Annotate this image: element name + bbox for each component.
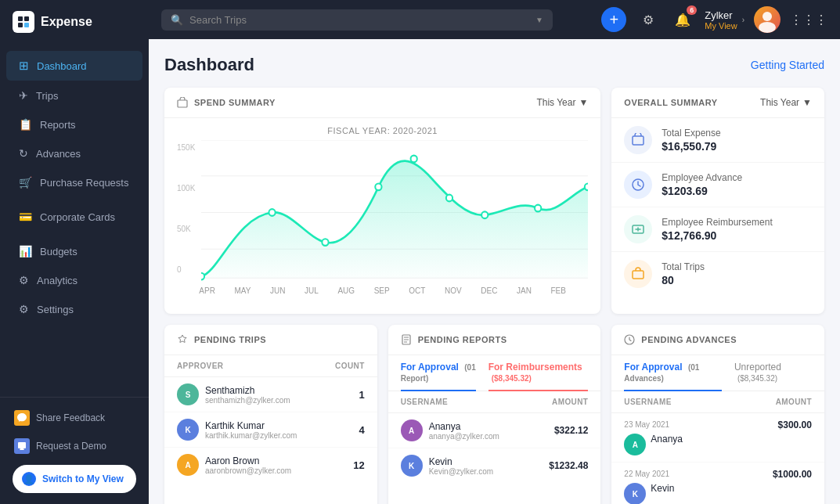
dashboard-icon: ⊞ — [19, 59, 29, 73]
svg-point-13 — [201, 273, 204, 280]
overall-summary-card: OVERALL SUMMARY This Year ▼ Total Expens… — [611, 88, 824, 314]
svg-rect-3 — [24, 23, 29, 27]
filter-chevron-icon: ▼ — [579, 97, 588, 108]
switch-icon: 👤 — [22, 472, 36, 486]
fiscal-label: FISCAL YEAR: 2020-2021 — [177, 126, 588, 135]
summary-employee-reimbursement: Employee Reimbursement $12,766.90 — [611, 207, 824, 252]
svg-point-6 — [759, 22, 776, 33]
sidebar-item-label: Purchase Requests — [40, 177, 128, 189]
pending-trips-title: PENDING TRIPS — [177, 334, 266, 345]
table-row: 22 May 2021 $1000.00 K Kevin — [611, 463, 824, 504]
pending-advances-card: PENDING ADVANCES For Approval (01 Advanc… — [611, 325, 824, 504]
dashboard-grid: SPEND SUMMARY This Year ▼ FISCAL YEAR: 2… — [164, 88, 824, 504]
dashboard-content: Dashboard Getting Started SPEND SUMMARY … — [149, 39, 840, 504]
spend-summary-card: SPEND SUMMARY This Year ▼ FISCAL YEAR: 2… — [164, 88, 600, 314]
svg-point-16 — [376, 184, 382, 191]
pending-trips-header: PENDING TRIPS — [164, 325, 377, 355]
y-label-0: 0 — [177, 265, 195, 274]
settings-icon: ⚙ — [19, 303, 29, 315]
gear-icon: ⚙ — [643, 13, 654, 27]
pending-reports-title: PENDING REPORTS — [401, 334, 507, 345]
sidebar-item-budgets[interactable]: 📊 Budgets — [6, 237, 142, 265]
search-input[interactable] — [189, 14, 529, 26]
switch-label: Switch to My View — [42, 473, 124, 484]
sidebar-item-settings[interactable]: ⚙ Settings — [6, 295, 142, 323]
sidebar-item-purchase-requests[interactable]: 🛒 Purchase Requests — [6, 168, 142, 196]
svg-point-15 — [323, 239, 329, 246]
avatar: A — [401, 419, 423, 441]
sidebar-item-advances[interactable]: ↻ Advances — [6, 139, 142, 167]
share-feedback-label: Share Feedback — [36, 412, 105, 423]
grid-menu-icon[interactable]: ⋮⋮⋮ — [790, 13, 827, 27]
request-demo-button[interactable]: Request a Demo — [6, 432, 142, 460]
avatar: K — [401, 455, 423, 477]
sidebar-item-trips[interactable]: ✈ Trips — [6, 81, 142, 110]
chevron-icon: › — [742, 16, 744, 24]
switch-view-button[interactable]: 👤 Switch to My View — [13, 465, 136, 493]
table-row: 23 May 2021 $300.00 A Ananya — [611, 413, 824, 463]
search-icon: 🔍 — [171, 14, 183, 26]
svg-rect-4 — [18, 442, 26, 448]
top-nav: 🔍 ▼ + ⚙ 🔔 6 Zylker My View › — [149, 0, 840, 39]
request-demo-label: Request a Demo — [36, 441, 106, 452]
spend-chart-area: FISCAL YEAR: 2020-2021 150K 100K 50K 0 — [164, 118, 600, 314]
svg-point-18 — [446, 195, 452, 202]
sidebar-item-corporate-cards[interactable]: 💳 Corporate Cards — [6, 203, 142, 231]
tab-advances-approval[interactable]: For Approval (01 Advances) — [624, 355, 722, 391]
sidebar-item-label: Budgets — [40, 246, 78, 257]
advances-table-header: USERNAME AMOUNT — [611, 391, 824, 413]
page-title: Dashboard — [164, 55, 254, 75]
user-name: Zylker — [705, 9, 737, 21]
svg-rect-2 — [18, 23, 23, 27]
sidebar-nav: ⊞ Dashboard ✈ Trips 📋 Reports ↻ Advances… — [0, 44, 149, 397]
sidebar-item-reports[interactable]: 📋 Reports — [6, 110, 142, 139]
avatar: A — [624, 434, 646, 455]
tab-for-approval[interactable]: For Approval (01 Report) — [401, 355, 476, 391]
purchase-icon: 🛒 — [19, 176, 32, 189]
y-label-50k: 50K — [177, 225, 195, 233]
getting-started-link[interactable]: Getting Started — [751, 59, 824, 71]
sidebar-logo: Expense — [0, 0, 149, 44]
sidebar-item-label: Corporate Cards — [40, 211, 115, 223]
settings-button[interactable]: ⚙ — [636, 7, 661, 32]
svg-point-19 — [481, 211, 488, 218]
tab-for-reimbursements[interactable]: For Reimbursements ($8,345.32) — [488, 355, 589, 391]
pending-trips-card: PENDING TRIPS APPROVER COUNT S Senthamiz… — [164, 325, 377, 504]
app-logo-text: Expense — [41, 15, 92, 29]
feedback-icon — [14, 410, 30, 426]
reimbursement-icon — [624, 215, 652, 243]
sidebar-item-analytics[interactable]: ⚙ Analytics — [6, 266, 142, 294]
pending-advances-header: PENDING ADVANCES — [611, 325, 824, 355]
demo-icon — [14, 438, 30, 454]
table-row: K Karthik Kumar karthik.kumar@zylker.com… — [164, 412, 377, 448]
trips-icon: ✈ — [19, 89, 28, 102]
user-avatar[interactable] — [754, 6, 781, 33]
user-info[interactable]: Zylker My View › — [705, 9, 744, 31]
sidebar-bottom: Share Feedback Request a Demo 👤 Switch t… — [0, 397, 149, 504]
summary-total-expense: Total Expense $16,550.79 — [611, 118, 824, 163]
notifications-button[interactable]: 🔔 6 — [670, 7, 695, 32]
pending-advances-title: PENDING ADVANCES — [624, 334, 737, 345]
tab-advances-unreported[interactable]: Unreported ($8,345.32) — [734, 355, 812, 391]
sidebar-item-dashboard[interactable]: ⊞ Dashboard — [6, 51, 142, 81]
pending-reports-header: PENDING REPORTS — [388, 325, 601, 355]
share-feedback-button[interactable]: Share Feedback — [6, 404, 142, 432]
table-row: S Senthamizh senthamizh@zylker.com 1 — [164, 377, 377, 412]
reports-table-header: USERNAME AMOUNT — [388, 391, 601, 413]
svg-rect-0 — [18, 16, 23, 21]
add-button[interactable]: + — [601, 7, 626, 32]
advances-icon: ↻ — [19, 147, 28, 160]
expense-icon — [624, 126, 652, 154]
page-header: Dashboard Getting Started — [164, 55, 824, 75]
advances-tabs: For Approval (01 Advances) Unreported ($… — [611, 355, 824, 391]
table-row: A Ananya ananya@zylker.com $322.12 — [388, 413, 601, 448]
overall-filter[interactable]: This Year ▼ — [760, 97, 812, 108]
spend-summary-filter[interactable]: This Year ▼ — [536, 97, 588, 108]
sidebar-item-label: Dashboard — [37, 60, 87, 72]
search-bar[interactable]: 🔍 ▼ — [161, 9, 553, 31]
svg-point-21 — [585, 184, 588, 191]
avatar: S — [177, 383, 199, 405]
cards-icon: 💳 — [19, 211, 32, 223]
app-logo-icon — [13, 11, 34, 33]
sidebar: Expense ⊞ Dashboard ✈ Trips 📋 Reports ↻ … — [0, 0, 149, 504]
